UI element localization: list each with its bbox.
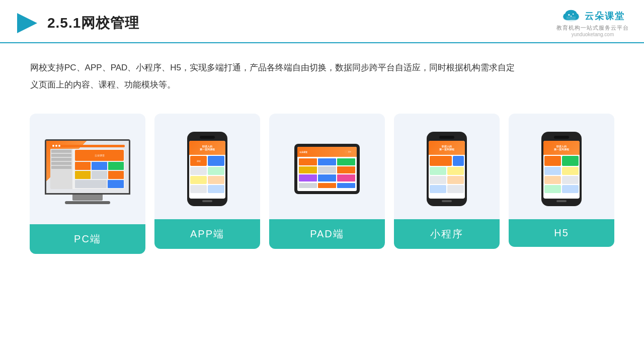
card-app: 职进人的第一堂判课程 课程 [154, 114, 260, 249]
app-phone-mockup: 职进人的第一堂判课程 课程 [187, 132, 227, 206]
svg-marker-0 [17, 13, 37, 33]
logo-tagline: 教育机构一站式服务云平台 [556, 24, 629, 32]
pad-tablet-frame: 云朵课堂 菜单 [294, 144, 360, 194]
header-left: 2.5.1网校管理 [15, 11, 139, 35]
card-pc-image: 云朵课堂 [30, 114, 145, 224]
pc-mockup: 云朵课堂 [45, 139, 130, 204]
card-app-image: 职进人的第一堂判课程 课程 [154, 114, 260, 219]
logo-cloud: 云朵课堂 [560, 9, 625, 23]
logo-url: yunduoketang.com [572, 32, 614, 37]
card-miniprogram-label: 小程序 [394, 219, 500, 249]
card-pad-image: 云朵课堂 菜单 [269, 114, 385, 219]
page-title: 2.5.1网校管理 [47, 14, 139, 33]
card-pad-label: PAD端 [269, 219, 385, 249]
svg-point-9 [568, 14, 570, 16]
card-h5-image: 职进人的第一堂判课程 [509, 114, 614, 219]
h5-phone-mockup: 职进人的第一堂判课程 [541, 132, 582, 206]
card-h5: 职进人的第一堂判课程 [509, 114, 614, 247]
svg-point-10 [573, 14, 574, 15]
header: 2.5.1网校管理 云朵课堂 教育机构一站式服务云平台 yunduoketang… [0, 0, 644, 43]
app-phone-frame: 职进人的第一堂判课程 课程 [187, 132, 227, 206]
description: 网校支持PC、APP、PAD、小程序、H5，实现多端打通，产品各终端自由切换，数… [0, 43, 553, 104]
miniprogram-phone-mockup: 职进人的第一堂判课程 [427, 132, 467, 206]
svg-rect-8 [567, 17, 576, 19]
card-pc: 云朵课堂 [30, 114, 145, 254]
pc-screen: 云朵课堂 [45, 139, 130, 195]
miniprogram-phone-frame: 职进人的第一堂判课程 [427, 132, 467, 206]
logo-cloud-icon [560, 9, 582, 23]
card-app-label: APP端 [154, 219, 260, 249]
card-pc-label: PC端 [30, 224, 145, 254]
svg-point-11 [571, 16, 572, 17]
card-miniprogram: 职进人的第一堂判课程 [394, 114, 500, 249]
card-pad: 云朵课堂 菜单 [269, 114, 385, 249]
h5-phone-frame: 职进人的第一堂判课程 [541, 132, 582, 206]
cards-container: 云朵课堂 [0, 104, 644, 269]
logo-text: 云朵课堂 [585, 10, 625, 22]
pad-tablet-mockup: 云朵课堂 菜单 [294, 144, 360, 194]
card-miniprogram-image: 职进人的第一堂判课程 [394, 114, 500, 219]
card-h5-label: H5 [509, 219, 614, 247]
play-icon [15, 11, 39, 35]
logo-area: 云朵课堂 教育机构一站式服务云平台 yunduoketang.com [556, 9, 629, 37]
